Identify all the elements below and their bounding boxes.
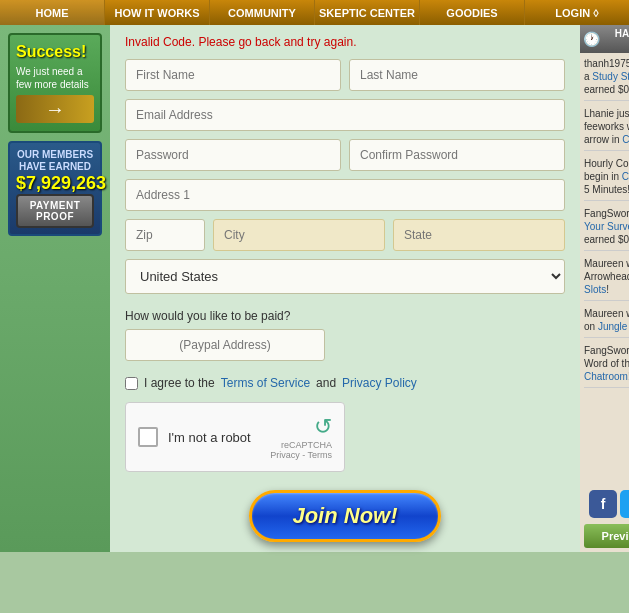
members-title: OUR MEMBERS HAVE EARNED	[16, 149, 94, 173]
email-input[interactable]	[125, 99, 565, 131]
feed-link-0[interactable]: Study Storm 4	[592, 71, 629, 82]
email-row	[125, 99, 565, 131]
captcha-box: I'm not a robot ↺ reCAPTCHA Privacy - Te…	[125, 402, 345, 472]
captcha-branding: ↺ reCAPTCHA Privacy - Terms	[270, 414, 332, 460]
feed-link-2[interactable]: Chatroom	[622, 171, 629, 182]
country-row: United StatesCanada	[125, 259, 565, 294]
last-name-input[interactable]	[349, 59, 565, 91]
terms-and: and	[316, 376, 336, 390]
state-input[interactable]	[393, 219, 565, 251]
terms-checkbox[interactable]	[125, 377, 138, 390]
join-button-wrapper: Join Now!	[125, 490, 565, 542]
feed-item-0: thanh1975 completed a Study Storm 4 and …	[584, 57, 629, 101]
feed-link-3[interactable]: Your Surveys 7	[584, 221, 629, 232]
captcha-icon: ↺	[270, 414, 332, 440]
first-name-input[interactable]	[125, 59, 341, 91]
captcha-checkbox[interactable]	[138, 427, 158, 447]
terms-row: I agree to the Terms of Service and Priv…	[125, 376, 565, 390]
feed-link-6[interactable]: Chatroom	[584, 371, 628, 382]
captcha-label: I'm not a robot	[168, 430, 260, 445]
password-input[interactable]	[125, 139, 341, 171]
success-box: Success! We just need a few more details…	[8, 33, 102, 133]
paypal-input[interactable]	[125, 329, 325, 361]
happening-feed: thanh1975 completed a Study Storm 4 and …	[580, 53, 629, 486]
main-nav: HOME HOW IT WORKS COMMUNITY SKEPTIC CENT…	[0, 0, 629, 25]
payment-section: How would you like to be paid?	[125, 309, 565, 361]
feed-text-4: Maureen won an Arrowhead on	[584, 258, 629, 282]
facebook-button[interactable]: f	[589, 490, 617, 518]
privacy-link[interactable]: Privacy Policy	[342, 376, 417, 390]
password-row	[125, 139, 565, 171]
clock-icon: 🕐	[583, 31, 600, 47]
members-box: OUR MEMBERS HAVE EARNED $7,929,263 PAYME…	[8, 141, 102, 236]
feed-item-2: Hourly Contest will begin in Chatroom in…	[584, 157, 629, 201]
happening-label: HAPPENING NOW	[604, 28, 629, 50]
feed-item-3: FangSwor completed Your Surveys 7 and ea…	[584, 207, 629, 251]
feed-text-6: FangSword found the Word of the Day in t…	[584, 345, 629, 369]
nav-how-it-works[interactable]: HOW IT WORKS	[105, 0, 210, 25]
nav-skeptic-center[interactable]: SKEPTIC CENTER	[315, 0, 420, 25]
left-sidebar: Success! We just need a few more details…	[0, 25, 110, 552]
confirm-password-input[interactable]	[349, 139, 565, 171]
terms-link[interactable]: Terms of Service	[221, 376, 310, 390]
feed-link-1[interactable]: Chatroom	[622, 134, 629, 145]
members-amount: $7,929,263	[16, 173, 94, 194]
captcha-logo: reCAPTCHA	[270, 440, 332, 450]
join-button[interactable]: Join Now!	[249, 490, 440, 542]
terms-prefix: I agree to the	[144, 376, 215, 390]
captcha-terms-text: Privacy - Terms	[270, 450, 332, 460]
preview-site-button[interactable]: Preview Site	[584, 524, 629, 548]
country-select[interactable]: United StatesCanada	[125, 259, 565, 294]
city-input[interactable]	[213, 219, 385, 251]
payment-label: How would you like to be paid?	[125, 309, 565, 323]
nav-home[interactable]: HOME	[0, 0, 105, 25]
success-title: Success!	[16, 43, 94, 61]
nav-community[interactable]: COMMUNITY	[210, 0, 315, 25]
center-content: Invalid Code. Please go back and try aga…	[110, 25, 580, 552]
name-row	[125, 59, 565, 91]
arrow-icon: →	[45, 98, 65, 121]
social-row: f t ▶	[580, 486, 629, 522]
twitter-button[interactable]: t	[620, 490, 629, 518]
captcha-label-area: I'm not a robot	[168, 430, 260, 445]
feed-item-1: Lhanie just shot feeworks with an arrow …	[584, 107, 629, 151]
feed-item-6: FangSword found the Word of the Day in t…	[584, 344, 629, 388]
right-sidebar: 🕐 HAPPENING NOW thanh1975 completed a St…	[580, 25, 629, 552]
zip-input[interactable]	[125, 219, 205, 251]
feed-item-5: Maureen won a Pearl on Jungle Slots!	[584, 307, 629, 338]
nav-goodies[interactable]: GOODIES	[420, 0, 525, 25]
feed-item-4: Maureen won an Arrowhead on Jungle Slots…	[584, 257, 629, 301]
feed-text-3: FangSwor completed	[584, 208, 629, 219]
error-message: Invalid Code. Please go back and try aga…	[125, 35, 565, 49]
success-text: We just need a few more details	[16, 65, 94, 91]
address-row	[125, 179, 565, 211]
main-wrapper: Success! We just need a few more details…	[0, 25, 629, 552]
city-state-row	[125, 219, 565, 251]
happening-header: 🕐 HAPPENING NOW	[580, 25, 629, 53]
payment-proof-badge[interactable]: PAYMENT PROOF	[16, 194, 94, 228]
feed-link-5[interactable]: Jungle Slots	[598, 321, 629, 332]
arrow-box: →	[16, 95, 94, 123]
nav-login[interactable]: LOGIN ◊	[525, 0, 629, 25]
address-input[interactable]	[125, 179, 565, 211]
